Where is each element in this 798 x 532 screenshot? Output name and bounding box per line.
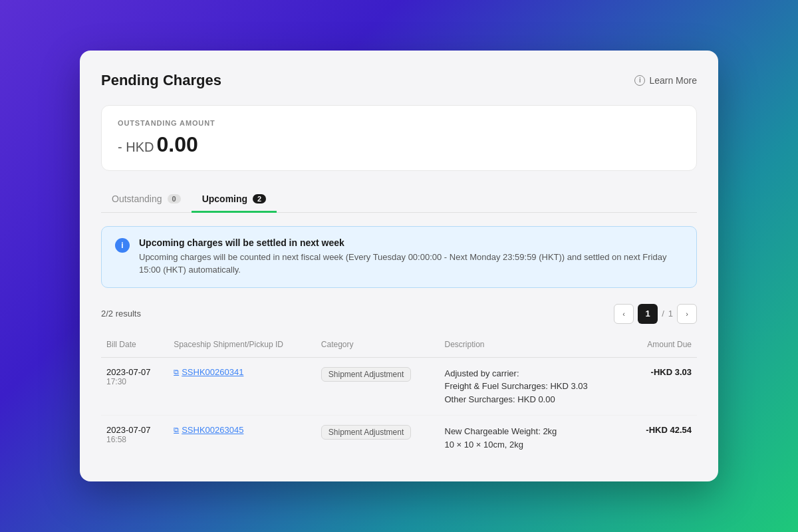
outstanding-label: OUTSTANDING AMOUNT — [118, 119, 680, 127]
banner-text: Upcoming charges will be settled in next… — [139, 237, 683, 277]
row2-amount-value: -HKD 42.54 — [633, 425, 692, 435]
row1-shipment-cell: ⧉ SSHK00260341 — [168, 357, 316, 416]
row1-amount: -HKD 3.03 — [628, 357, 697, 416]
current-page: 1 — [638, 304, 658, 324]
pending-charges-card: Pending Charges i Learn More OUTSTANDING… — [80, 51, 718, 482]
row2-shipment-link[interactable]: ⧉ SSHK00263045 — [174, 425, 311, 435]
results-count: 2/2 results — [101, 309, 141, 319]
row1-category: Shipment Adjustment — [316, 357, 440, 416]
row2-shipment-id: SSHK00263045 — [182, 425, 243, 435]
outstanding-number: 0.00 — [156, 132, 198, 156]
pagination: ‹ 1 / 1 › — [614, 304, 697, 324]
row2-bill-date: 2023-07-07 16:58 — [101, 416, 168, 461]
tab-upcoming-label: Upcoming — [202, 194, 247, 204]
row1-date-time: 17:30 — [106, 377, 163, 386]
total-pages: 1 — [668, 309, 673, 319]
banner-info-icon: i — [115, 238, 130, 253]
tab-outstanding-badge: 0 — [168, 194, 181, 203]
learn-more-link[interactable]: i Learn More — [634, 75, 697, 86]
row2-category: Shipment Adjustment — [316, 416, 440, 461]
row2-date-time: 16:58 — [106, 435, 163, 444]
info-banner: i Upcoming charges will be settled in ne… — [101, 226, 697, 288]
tabs-container: Outstanding 0 Upcoming 2 — [101, 187, 697, 213]
row1-shipment-link[interactable]: ⧉ SSHK00260341 — [174, 367, 311, 377]
page-separator: / — [662, 309, 664, 319]
tab-outstanding[interactable]: Outstanding 0 — [101, 187, 192, 213]
results-bar: 2/2 results ‹ 1 / 1 › — [101, 304, 697, 324]
outstanding-amount-box: OUTSTANDING AMOUNT - HKD0.00 — [101, 105, 697, 171]
row1-amount-value: -HKD 3.03 — [633, 367, 692, 377]
col-description: Description — [440, 334, 628, 358]
row2-description: New Chargeable Weight: 2kg10 × 10 × 10cm… — [440, 416, 628, 461]
table-header-row: Bill Date Spaceship Shipment/Pickup ID C… — [101, 334, 697, 358]
row2-category-badge: Shipment Adjustment — [321, 425, 411, 440]
row1-description: Adjusted by carrier:Freight & Fuel Surch… — [440, 357, 628, 416]
row2-amount: -HKD 42.54 — [628, 416, 697, 461]
chevron-left-icon: ‹ — [622, 310, 625, 318]
prev-page-button[interactable]: ‹ — [614, 304, 634, 324]
learn-more-label: Learn More — [649, 75, 697, 86]
row1-date-primary: 2023-07-07 — [106, 367, 163, 377]
external-link-icon: ⧉ — [174, 368, 179, 376]
col-shipment-id: Spaceship Shipment/Pickup ID — [168, 334, 316, 358]
card-header: Pending Charges i Learn More — [101, 72, 697, 89]
info-icon: i — [634, 75, 645, 86]
page-title: Pending Charges — [101, 72, 221, 89]
banner-description: Upcoming charges will be counted in next… — [139, 251, 683, 277]
table-row: 2023-07-07 16:58 ⧉ SSHK00263045 Shipment… — [101, 416, 697, 461]
chevron-right-icon: › — [686, 310, 688, 318]
row1-bill-date: 2023-07-07 17:30 — [101, 357, 168, 416]
table-row: 2023-07-07 17:30 ⧉ SSHK00260341 Shipment… — [101, 357, 697, 416]
tab-outstanding-label: Outstanding — [112, 194, 162, 204]
col-amount-due: Amount Due — [628, 334, 697, 358]
row1-category-badge: Shipment Adjustment — [321, 367, 411, 382]
row2-date-primary: 2023-07-07 — [106, 425, 163, 435]
col-bill-date: Bill Date — [101, 334, 168, 358]
row2-desc-text: New Chargeable Weight: 2kg10 × 10 × 10cm… — [445, 425, 623, 451]
next-page-button[interactable]: › — [677, 304, 697, 324]
row1-shipment-id: SSHK00260341 — [182, 367, 243, 377]
external-link-icon: ⧉ — [174, 426, 179, 434]
outstanding-amount-value: - HKD0.00 — [118, 132, 680, 157]
tab-upcoming-badge: 2 — [253, 194, 266, 203]
tab-upcoming[interactable]: Upcoming 2 — [192, 187, 277, 213]
col-category: Category — [316, 334, 440, 358]
banner-title: Upcoming charges will be settled in next… — [139, 237, 683, 248]
charges-table: Bill Date Spaceship Shipment/Pickup ID C… — [101, 334, 697, 461]
row1-desc-text: Adjusted by carrier:Freight & Fuel Surch… — [445, 367, 623, 406]
row2-shipment-cell: ⧉ SSHK00263045 — [168, 416, 316, 461]
outstanding-currency: - HKD — [118, 140, 154, 154]
